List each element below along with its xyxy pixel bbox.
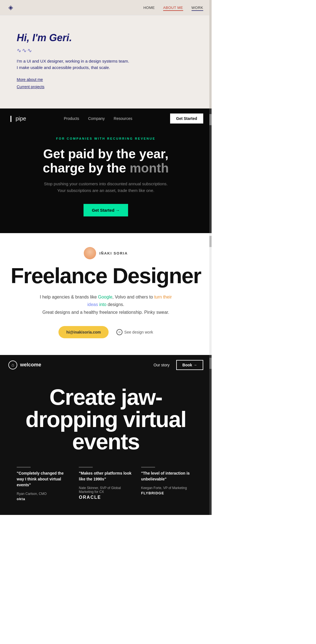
- welcome-nav-right: Our story Book →: [154, 360, 203, 370]
- welcome-section: ⌂ welcome Our story Book → Create jaw- d…: [0, 355, 212, 515]
- pipe-eyebrow: FOR COMPANIES WITH RECURRING REVENUE: [11, 137, 200, 140]
- desc-turn: turn their: [154, 295, 172, 299]
- pipe-get-started-button[interactable]: Get Started →: [84, 204, 128, 216]
- testimonial-author-0: Ryan Carlson, CMO: [17, 492, 70, 496]
- scrollbar-4-thumb: [209, 358, 212, 369]
- testimonial-company-1: ORACLE: [79, 495, 133, 500]
- pipe-logo-text: pipe: [16, 115, 26, 122]
- email-button[interactable]: hi@inakisoria.com: [58, 326, 109, 338]
- our-story-link[interactable]: Our story: [154, 363, 170, 367]
- nav-link-about[interactable]: ABOUT ME: [163, 6, 183, 11]
- pipe-title-highlight: month: [130, 161, 169, 175]
- pipe-nav: ❙ pipe Products Company Resources Get St…: [0, 108, 212, 129]
- pipe-hero: FOR COMPANIES WITH RECURRING REVENUE Get…: [0, 129, 212, 233]
- scrollbar-1[interactable]: [209, 0, 212, 108]
- book-button[interactable]: Book →: [176, 360, 203, 370]
- pipe-nav-links: Products Company Resources: [64, 116, 132, 121]
- nav-item-about[interactable]: ABOUT ME: [163, 5, 183, 10]
- testimonial-quote-2: "The level of interaction is unbelievabl…: [141, 470, 195, 482]
- pipe-logo-icon: ❙: [8, 115, 13, 122]
- desc-part1: I help agencies & brands like: [40, 295, 98, 299]
- freelance-title: Freelance Designer: [8, 265, 203, 287]
- desc-line2: I make usable and accessible products, t…: [17, 65, 110, 70]
- current-projects-link[interactable]: Current projects: [17, 85, 198, 89]
- pipe-subtitle: Stop pushing your customers into discoun…: [39, 181, 173, 194]
- avatar-face: [84, 247, 96, 259]
- testimonial-quote-1: "Makes other platforms look like the 199…: [79, 470, 133, 482]
- divider-0: [17, 467, 31, 468]
- avatar: [84, 247, 96, 259]
- pipe-subtitle-line1: Stop pushing your customers into discoun…: [44, 181, 168, 186]
- pipe-title: Get paid by the year, charge by the mont…: [11, 147, 200, 175]
- profile-row: IÑAKI SORIA: [8, 247, 203, 259]
- pipe-title-line1: Get paid by the year,: [43, 147, 168, 161]
- testimonial-1: "Makes other platforms look like the 199…: [79, 467, 133, 501]
- testimonials-grid: "Completely changed the way I think abou…: [14, 467, 198, 501]
- nav-item-home[interactable]: HOME: [143, 5, 155, 10]
- nav-link-work[interactable]: WORK: [192, 6, 203, 11]
- nav-link-home[interactable]: HOME: [143, 6, 155, 10]
- pipe-nav-products[interactable]: Products: [64, 116, 79, 121]
- welcome-nav: ⌂ welcome Our story Book →: [0, 355, 212, 375]
- portfolio-description: I'm a UI and UX designer, working in a d…: [17, 58, 139, 71]
- pipe-link-resources[interactable]: Resources: [114, 116, 132, 121]
- welcome-logo-icon: ⌂: [8, 361, 17, 369]
- welcome-title-line3: events: [72, 429, 139, 454]
- pipe-logo: ❙ pipe: [8, 115, 26, 122]
- desc-ideas: ideas: [87, 302, 98, 307]
- portfolio-logo: ◈: [8, 4, 13, 11]
- welcome-logo-text: welcome: [20, 362, 41, 368]
- scrollbar-3[interactable]: [209, 233, 212, 355]
- scrollbar-4[interactable]: [209, 355, 212, 515]
- pipe-link-products[interactable]: Products: [64, 116, 79, 121]
- divider-2: [141, 467, 155, 468]
- testimonial-0: "Completely changed the way I think abou…: [17, 467, 70, 501]
- portfolio-title: Hi, I'm Geri.: [17, 32, 198, 44]
- pipe-section: ❙ pipe Products Company Resources Get St…: [0, 108, 212, 233]
- welcome-hero: Create jaw- dropping virtual events "Com…: [0, 375, 212, 515]
- freelance-description: I help agencies & brands like Google, Vo…: [36, 293, 175, 316]
- pipe-subtitle-line2: Your subscriptions are an asset, trade t…: [57, 188, 155, 193]
- welcome-title-line1: Create jaw-: [50, 385, 162, 409]
- divider-1: [79, 467, 93, 468]
- desc-part2: , Volvo and others to: [112, 295, 154, 299]
- testimonial-company-0: okta: [17, 497, 70, 501]
- testimonial-author-2: Keegan Forte, VP of Marketing: [141, 486, 195, 490]
- contact-row: hi@inakisoria.com ⊙ See design work: [8, 326, 203, 338]
- desc-into: into: [98, 302, 106, 307]
- portfolio-nav: ◈ HOME ABOUT ME WORK: [0, 0, 212, 15]
- welcome-title: Create jaw- dropping virtual events: [14, 386, 198, 453]
- more-about-me-link[interactable]: More about me: [17, 77, 198, 82]
- welcome-logo: ⌂ welcome: [8, 361, 41, 369]
- portfolio-hero: Hi, I'm Geri. ∿∿∿ I'm a UI and UX design…: [0, 15, 212, 108]
- pipe-title-line2-normal: charge by the: [43, 161, 130, 175]
- portfolio-nav-links: HOME ABOUT ME WORK: [143, 5, 203, 10]
- testimonial-author-1: Nate Skinner, SVP of Global Marketing fo…: [79, 486, 133, 494]
- wave-decoration: ∿∿∿: [17, 47, 198, 54]
- design-link-text: See design work: [124, 330, 153, 334]
- welcome-title-line2: dropping virtual: [26, 407, 186, 432]
- design-work-link[interactable]: ⊙ See design work: [116, 329, 153, 335]
- freelance-section: IÑAKI SORIA Freelance Designer I help ag…: [0, 233, 212, 355]
- chevron-down-icon: ⊙: [116, 329, 123, 335]
- desc-part3: designs.: [106, 302, 124, 307]
- pipe-link-company[interactable]: Company: [88, 116, 105, 121]
- pipe-get-started-nav-button[interactable]: Get Started: [170, 113, 203, 124]
- desc-google: Google: [98, 295, 112, 299]
- scrollbar-2[interactable]: [209, 108, 212, 233]
- desc-line1: I'm a UI and UX designer, working in a d…: [17, 59, 129, 63]
- desc-line2: Great designs and a healthy freelance re…: [42, 310, 169, 315]
- pipe-nav-resources[interactable]: Resources: [114, 116, 132, 121]
- nav-item-work[interactable]: WORK: [192, 5, 203, 10]
- portfolio-section: ◈ HOME ABOUT ME WORK Hi, I'm Geri. ∿∿∿ I…: [0, 0, 212, 108]
- pipe-nav-company[interactable]: Company: [88, 116, 105, 121]
- testimonial-company-2: FLYBRIDGE: [141, 491, 195, 495]
- profile-name: IÑAKI SORIA: [99, 251, 128, 255]
- testimonial-2: "The level of interaction is unbelievabl…: [141, 467, 195, 501]
- testimonial-quote-0: "Completely changed the way I think abou…: [17, 470, 70, 488]
- scrollbar-3-thumb: [209, 236, 212, 247]
- scrollbar-2-thumb: [209, 114, 212, 125]
